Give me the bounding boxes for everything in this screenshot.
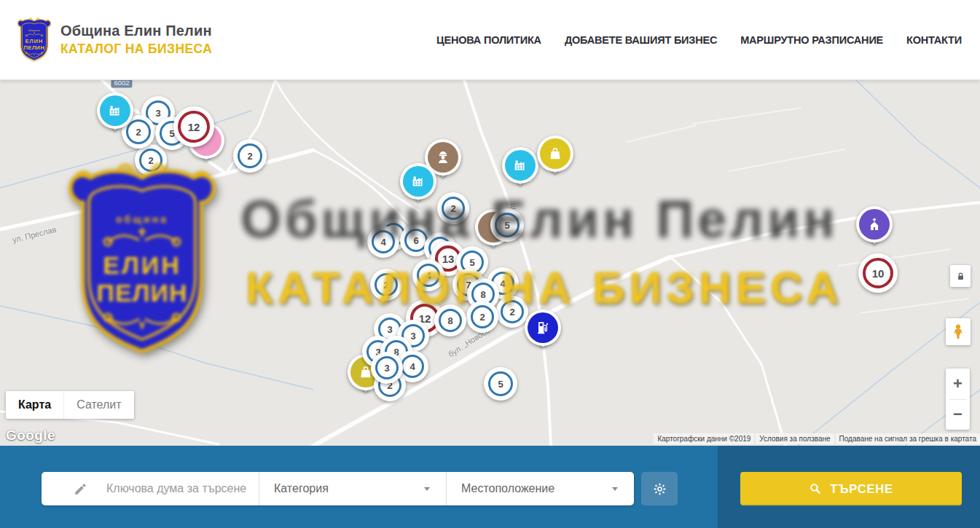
location-select-label: Местоположение <box>461 482 554 495</box>
bag-icon <box>540 138 571 169</box>
map-cluster-marker[interactable]: 12 <box>173 106 214 147</box>
keyword-search-input[interactable] <box>106 482 252 495</box>
map-attribution: Картографски данни ©2019Условия за ползв… <box>654 433 980 444</box>
search-submit-button[interactable]: ТЪРСЕНЕ <box>740 472 962 505</box>
pin-circle <box>400 163 436 200</box>
zoom-in-button[interactable]: + <box>946 369 970 399</box>
cluster-ring: 12 <box>178 111 210 143</box>
attribution-link[interactable]: Условия за ползване <box>756 433 834 444</box>
lock-button[interactable] <box>950 265 971 287</box>
cluster-count: 3 <box>410 331 415 342</box>
cluster-count: 13 <box>442 253 455 265</box>
cluster-ring: 5 <box>488 371 513 396</box>
map-type-satellite-button[interactable]: Сателит <box>63 391 133 419</box>
church-icon <box>859 209 890 240</box>
nav-item[interactable]: ЦЕНОВА ПОЛИТИКА <box>436 34 541 46</box>
cluster-count: 2 <box>247 151 252 162</box>
cluster-count: 4 <box>500 278 505 289</box>
cluster-ring: 2 <box>501 300 524 323</box>
map-cluster-marker[interactable]: 2 <box>466 301 498 333</box>
map-cluster-marker[interactable]: 2 <box>496 296 528 328</box>
map-cluster-marker[interactable]: 3 <box>371 352 403 384</box>
street-view-pegman[interactable] <box>946 318 971 345</box>
chevron-down-icon <box>424 487 430 491</box>
advanced-options-button[interactable] <box>641 472 678 505</box>
map-cluster-marker[interactable]: 2 <box>370 269 402 301</box>
search-button-label: ТЪРСЕНЕ <box>830 482 893 496</box>
map-cluster-marker[interactable]: 4 <box>412 259 444 291</box>
cluster-count: 4 <box>426 270 431 281</box>
search-icon <box>809 482 822 495</box>
zoom-out-button[interactable]: − <box>946 400 970 430</box>
map-pin-fuel[interactable] <box>525 310 561 346</box>
cluster-count: 6 <box>413 235 418 246</box>
pin-circle <box>502 147 538 184</box>
map-cluster-marker[interactable]: 5 <box>490 208 524 242</box>
cluster-count: 5 <box>498 379 503 390</box>
zoom-control: + − <box>946 369 970 430</box>
google-logo[interactable]: Google <box>6 427 55 444</box>
map-pin-factory[interactable] <box>97 92 133 129</box>
cluster-count: 5 <box>504 220 509 231</box>
lock-icon <box>955 271 966 282</box>
map-pin-factory[interactable] <box>502 147 538 184</box>
pin-circle <box>525 310 561 346</box>
cluster-count: 4 <box>380 237 385 248</box>
gear-icon <box>652 481 667 497</box>
cluster-ring: 10 <box>863 258 893 288</box>
cluster-count: 5 <box>469 257 474 268</box>
cluster-ring: 2 <box>442 197 465 220</box>
nav-item[interactable]: МАРШРУТНО РАЗПИСАНИЕ <box>740 34 883 46</box>
cluster-count: 3 <box>384 363 389 374</box>
factory-icon <box>100 95 130 126</box>
cluster-ring: 5 <box>495 213 520 237</box>
chevron-down-icon <box>612 487 618 491</box>
search-bar: Категория Местоположение <box>0 446 980 528</box>
map-cluster-marker[interactable]: 10 <box>858 253 898 293</box>
cluster-ring: 2 <box>139 149 162 172</box>
map-pin-factory[interactable] <box>400 163 436 200</box>
cluster-count: 10 <box>872 267 885 280</box>
map-type-map-button[interactable]: Карта <box>6 391 63 419</box>
map-cluster-marker[interactable]: 2 <box>437 192 469 224</box>
factory-icon <box>505 150 536 181</box>
cluster-count: 2 <box>136 127 141 138</box>
cluster-count: 3 <box>387 324 392 335</box>
brand-text: Община Елин Пелин КАТАЛОГ НА БИЗНЕСА <box>60 23 212 57</box>
map-cluster-marker[interactable]: 4 <box>367 226 399 258</box>
fuel-icon <box>528 312 558 343</box>
map-cluster-marker[interactable]: 2 <box>233 139 267 173</box>
cluster-ring: 8 <box>439 309 462 332</box>
map-pin-bag[interactable] <box>537 135 573 172</box>
pegman-icon <box>950 322 966 342</box>
cluster-ring: 3 <box>375 356 399 379</box>
cluster-count: 8 <box>447 315 452 326</box>
main-nav: ЦЕНОВА ПОЛИТИКАДОБАВЕТЕ ВАШИЯТ БИЗНЕСМАР… <box>436 34 962 46</box>
cluster-ring: 2 <box>375 273 398 296</box>
attribution-link[interactable]: Подаване на сигнал за грешка в картата <box>836 433 980 444</box>
site-logo[interactable]: Община Елин Пелин КАТАЛОГ НА БИЗНЕСА <box>15 16 212 64</box>
page: Община Елин Пелин КАТАЛОГ НА БИЗНЕСА ЦЕН… <box>0 0 980 528</box>
map-cluster-marker[interactable]: 5 <box>484 367 517 401</box>
cluster-count: 3 <box>155 108 160 119</box>
site-title: Община Елин Пелин <box>60 23 212 39</box>
map-pin-church[interactable] <box>856 206 893 243</box>
pin-circle <box>97 92 133 129</box>
road-number-label: 6002 <box>111 80 132 88</box>
cluster-count: 12 <box>188 121 200 133</box>
cluster-count: 2 <box>479 312 485 323</box>
cluster-ring: 4 <box>372 230 395 253</box>
pencil-icon <box>74 482 87 496</box>
map-canvas[interactable]: 6002ул. Преславбул. „Новоселци“ 23251222… <box>0 80 980 446</box>
map-cluster-marker[interactable]: 2 <box>135 144 167 176</box>
category-select[interactable]: Категория <box>259 472 446 505</box>
nav-item[interactable]: ДОБАВЕТЕ ВАШИЯТ БИЗНЕС <box>565 34 717 46</box>
cluster-count: 2 <box>148 155 153 166</box>
cluster-ring: 2 <box>471 305 494 328</box>
pin-circle <box>537 135 573 172</box>
location-select[interactable]: Местоположение <box>446 472 634 505</box>
nav-item[interactable]: КОНТАКТИ <box>906 34 962 46</box>
header: Община Елин Пелин КАТАЛОГ НА БИЗНЕСА ЦЕН… <box>0 0 980 80</box>
cluster-ring: 4 <box>401 355 424 378</box>
map-cluster-marker[interactable]: 8 <box>434 304 466 336</box>
